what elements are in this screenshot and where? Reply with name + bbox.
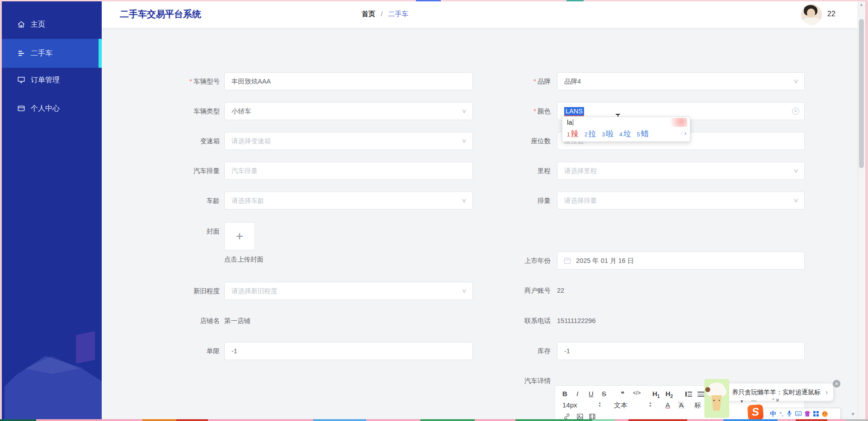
calendar-icon (564, 258, 571, 264)
ime-candidate[interactable]: 1辣 (567, 129, 579, 139)
italic-button[interactable]: I (576, 390, 578, 398)
cover-upload-button[interactable]: + (224, 222, 255, 250)
sidebar-item-home[interactable]: 主页 (0, 11, 102, 37)
idcard-icon (17, 104, 25, 112)
underline-button[interactable]: U (589, 390, 594, 398)
strikethrough-button[interactable]: S (602, 390, 606, 398)
ime-candidate[interactable]: 5蜡 (637, 129, 649, 139)
ime-collapse-icon[interactable]: ▾ (852, 411, 854, 417)
restore-close-icon[interactable]: ⌃✕ (771, 398, 779, 403)
ime-candidate[interactable]: 3啦 (602, 129, 613, 139)
brand-select[interactable]: 品牌4 ∨ (557, 72, 805, 90)
header-bar (102, 0, 858, 28)
field-label-model: *车辆型号 (127, 72, 220, 90)
window-edge-top (0, 0, 868, 1)
highlight-button[interactable]: A (678, 401, 684, 409)
breadcrumb-current: 二手车 (388, 10, 409, 18)
clear-icon[interactable]: ✕ (792, 108, 799, 115)
minimize-icon[interactable]: — (751, 398, 756, 403)
close-icon[interactable]: ✕ (833, 380, 840, 388)
font-size-dropdown[interactable]: 14px (562, 401, 577, 409)
avatar[interactable] (801, 4, 822, 25)
code-button[interactable]: </> (633, 390, 641, 396)
mileage-select[interactable]: 请选择里程 ∨ (557, 162, 805, 180)
collapse-icon[interactable]: ▾ (741, 398, 743, 404)
gearbox-select[interactable]: 请选择变速箱 ∨ (224, 132, 473, 150)
ime-lang-icon[interactable]: 中 (770, 411, 776, 417)
field-label-shop: 店铺名 (127, 314, 220, 327)
mascot-fluff (708, 383, 725, 396)
field-label-gearbox: 变速箱 (127, 132, 220, 150)
field-label-merchant: 商户账号 (452, 284, 551, 297)
avatar-face (807, 9, 815, 18)
mascot-face (713, 400, 720, 403)
sidebar: 主页 二手车 订单管理 个人中心 (0, 0, 102, 421)
age-select[interactable]: 请选择车龄 ∨ (224, 192, 473, 210)
limit-input[interactable]: -1 (224, 342, 473, 360)
app-viewport: 主页 二手车 订单管理 个人中心 二手车交易平台系统 首页 / 二手车 (0, 0, 868, 421)
shop-value: 第一店铺 (224, 314, 250, 327)
bullet-list-icon[interactable] (698, 392, 704, 397)
ime-candidate[interactable]: 2拉 (585, 129, 596, 139)
chevron-down-icon: ∨ (793, 73, 799, 90)
merchant-value: 22 (557, 284, 564, 297)
field-label-year: 上市年份 (452, 252, 551, 270)
mascot-sticker[interactable] (704, 379, 729, 418)
sidebar-item-usedcar[interactable]: 二手车 (0, 39, 102, 68)
field-label-car-type: 车辆类型 (127, 102, 220, 120)
ime-toolbar[interactable]: 中 °, (763, 408, 841, 420)
engine-select[interactable]: 请选择排量 ∨ (557, 192, 805, 210)
font-color-button[interactable]: A (665, 401, 670, 409)
paragraph-style-dropdown[interactable]: 标 (694, 401, 701, 410)
required-asterisk: * (533, 108, 536, 115)
ime-next-icon[interactable]: › (684, 130, 686, 136)
font-family-dropdown[interactable]: 文本 (614, 401, 627, 410)
bold-button[interactable]: B (562, 390, 567, 398)
displacement-input[interactable]: 汽车排量 (224, 162, 473, 180)
stock-input[interactable]: -1 (557, 342, 805, 360)
font-family-stepper[interactable]: ▲▼ (648, 401, 652, 407)
notification-dot (808, 410, 811, 412)
ime-punctuation-icon[interactable]: °, (779, 411, 783, 417)
ime-prev-icon[interactable]: ‹ (681, 130, 683, 136)
field-label-limit: 单限 (127, 342, 220, 360)
chevron-down-icon: ∨ (793, 162, 799, 179)
ime-candidate[interactable]: 4垃 (619, 129, 631, 139)
ime-pager: ‹ › (681, 130, 686, 136)
sidebar-item-profile[interactable]: 个人中心 (0, 95, 102, 122)
phone-value: 15111122296 (557, 314, 595, 327)
required-asterisk: * (189, 78, 192, 85)
sidebar-item-label: 个人中心 (31, 104, 60, 113)
sogou-logo[interactable]: S (747, 404, 764, 421)
scrollbar-thumb[interactable] (859, 19, 864, 168)
heading2-button[interactable]: H2 (665, 390, 673, 399)
breadcrumb: 首页 / 二手车 (362, 0, 409, 28)
cube-decoration (76, 331, 95, 364)
emoji-icon[interactable] (822, 411, 828, 417)
field-label-brand: *品牌 (452, 72, 551, 90)
field-label-engine: 排量 (452, 192, 551, 210)
car-type-select[interactable]: 小轿车 ∨ (224, 102, 473, 120)
font-size-stepper[interactable]: ▲▼ (598, 401, 602, 407)
scroll-up-icon[interactable]: ▲ (859, 2, 863, 7)
microphone-icon[interactable] (787, 410, 792, 417)
field-label-condition: 新旧程度 (127, 282, 220, 300)
keyboard-icon[interactable] (795, 411, 802, 417)
toolbox-grid-icon[interactable] (813, 411, 819, 416)
skin-icon[interactable] (805, 411, 810, 416)
heading1-button[interactable]: H1 (652, 390, 660, 399)
window-edge-right (865, 0, 868, 421)
year-date-input[interactable]: 2025 年 01 月 16 日 (557, 252, 805, 270)
chevron-down-icon: ∨ (793, 192, 799, 209)
window-edge-bottom (0, 419, 868, 421)
chevron-right-icon[interactable]: › (826, 384, 828, 401)
plus-icon: + (236, 229, 243, 243)
condition-select[interactable]: 请选择新旧程度 ∨ (224, 282, 473, 300)
sidebar-item-orders[interactable]: 订单管理 (0, 67, 102, 93)
field-label-stock: 库存 (452, 342, 551, 360)
breadcrumb-home[interactable]: 首页 (362, 10, 375, 18)
blockquote-button[interactable]: ❝ (621, 390, 624, 398)
model-input[interactable]: 丰田致炫AAA (224, 72, 473, 90)
ordered-list-icon[interactable] (685, 392, 692, 397)
ime-candidate-popup: la 1辣 2拉 3啦 4垃 5蜡 ‹ › (562, 117, 690, 142)
